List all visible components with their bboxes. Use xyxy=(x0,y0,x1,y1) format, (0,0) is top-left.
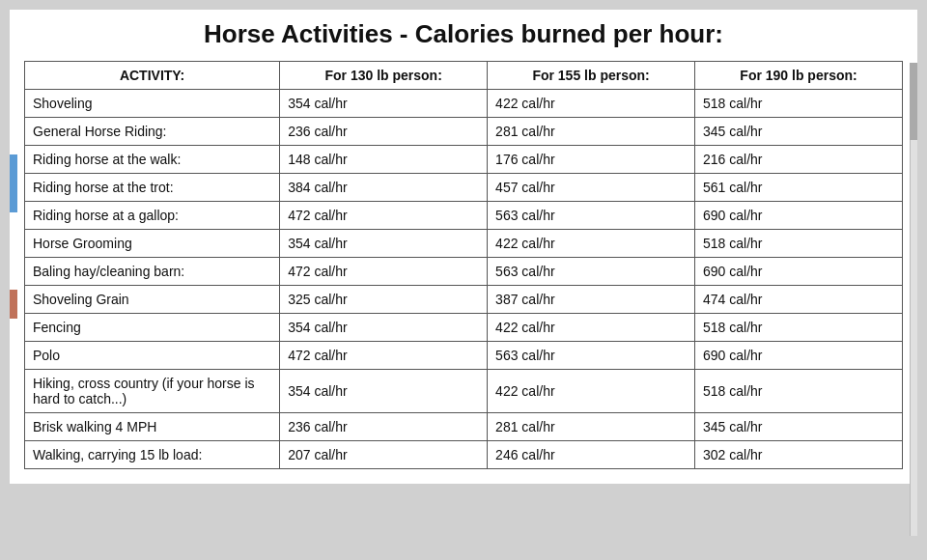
left-accent-blue xyxy=(10,154,17,212)
activity-cell: Hiking, cross country (if your horse is … xyxy=(25,370,280,413)
activity-cell: Shoveling Grain xyxy=(25,286,280,314)
calorie-cell: 354 cal/hr xyxy=(280,90,488,118)
calorie-cell: 281 cal/hr xyxy=(488,118,695,146)
activity-cell: Shoveling xyxy=(25,90,280,118)
calories-table: ACTIVITY: For 130 lb person: For 155 lb … xyxy=(24,61,903,469)
calorie-cell: 563 cal/hr xyxy=(488,202,695,230)
scrollbar[interactable] xyxy=(910,63,917,536)
calorie-cell: 384 cal/hr xyxy=(280,174,488,202)
table-row: Brisk walking 4 MPH236 cal/hr281 cal/hr3… xyxy=(25,413,903,441)
table-row: General Horse Riding:236 cal/hr281 cal/h… xyxy=(25,118,903,146)
calorie-cell: 472 cal/hr xyxy=(280,258,488,286)
calorie-cell: 561 cal/hr xyxy=(695,174,903,202)
page-title: Horse Activities - Calories burned per h… xyxy=(24,19,903,49)
calorie-cell: 236 cal/hr xyxy=(280,413,488,441)
table-row: Baling hay/cleaning barn:472 cal/hr563 c… xyxy=(25,258,903,286)
calorie-cell: 345 cal/hr xyxy=(695,413,903,441)
activity-cell: Horse Grooming xyxy=(25,230,280,258)
calorie-cell: 563 cal/hr xyxy=(488,258,695,286)
calorie-cell: 236 cal/hr xyxy=(280,118,488,146)
calorie-cell: 387 cal/hr xyxy=(488,286,695,314)
calorie-cell: 472 cal/hr xyxy=(280,342,488,370)
calorie-cell: 422 cal/hr xyxy=(488,90,695,118)
col-header-130lb: For 130 lb person: xyxy=(280,62,488,90)
calorie-cell: 325 cal/hr xyxy=(280,286,488,314)
calorie-cell: 354 cal/hr xyxy=(280,230,488,258)
activity-cell: Brisk walking 4 MPH xyxy=(25,413,280,441)
table-row: Walking, carrying 15 lb load:207 cal/hr2… xyxy=(25,441,903,469)
table-header-row: ACTIVITY: For 130 lb person: For 155 lb … xyxy=(25,62,903,90)
calorie-cell: 690 cal/hr xyxy=(695,342,903,370)
calorie-cell: 518 cal/hr xyxy=(695,230,903,258)
calorie-cell: 354 cal/hr xyxy=(280,370,488,413)
col-header-activity: ACTIVITY: xyxy=(25,62,280,90)
table-row: Shoveling Grain325 cal/hr387 cal/hr474 c… xyxy=(25,286,903,314)
table-row: Fencing354 cal/hr422 cal/hr518 cal/hr xyxy=(25,314,903,342)
calorie-cell: 474 cal/hr xyxy=(695,286,903,314)
calorie-cell: 422 cal/hr xyxy=(488,314,695,342)
calorie-cell: 690 cal/hr xyxy=(695,258,903,286)
col-header-190lb: For 190 lb person: xyxy=(695,62,903,90)
table-row: Hiking, cross country (if your horse is … xyxy=(25,370,903,413)
calorie-cell: 518 cal/hr xyxy=(695,370,903,413)
calorie-cell: 216 cal/hr xyxy=(695,146,903,174)
page-container: Horse Activities - Calories burned per h… xyxy=(10,10,917,484)
calorie-cell: 422 cal/hr xyxy=(488,370,695,413)
activity-cell: Baling hay/cleaning barn: xyxy=(25,258,280,286)
left-accent-brown xyxy=(10,290,17,319)
calorie-cell: 518 cal/hr xyxy=(695,90,903,118)
activity-cell: Riding horse at the trot: xyxy=(25,174,280,202)
table-row: Shoveling354 cal/hr422 cal/hr518 cal/hr xyxy=(25,90,903,118)
calorie-cell: 207 cal/hr xyxy=(280,441,488,469)
calorie-cell: 422 cal/hr xyxy=(488,230,695,258)
activity-cell: General Horse Riding: xyxy=(25,118,280,146)
table-row: Riding horse at the walk:148 cal/hr176 c… xyxy=(25,146,903,174)
calorie-cell: 246 cal/hr xyxy=(488,441,695,469)
table-row: Riding horse at the trot:384 cal/hr457 c… xyxy=(25,174,903,202)
calorie-cell: 354 cal/hr xyxy=(280,314,488,342)
calorie-cell: 281 cal/hr xyxy=(488,413,695,441)
activity-cell: Polo xyxy=(25,342,280,370)
activity-cell: Riding horse at a gallop: xyxy=(25,202,280,230)
calorie-cell: 563 cal/hr xyxy=(488,342,695,370)
calorie-cell: 148 cal/hr xyxy=(280,146,488,174)
activity-cell: Fencing xyxy=(25,314,280,342)
table-row: Polo472 cal/hr563 cal/hr690 cal/hr xyxy=(25,342,903,370)
calorie-cell: 472 cal/hr xyxy=(280,202,488,230)
activity-cell: Walking, carrying 15 lb load: xyxy=(25,441,280,469)
table-row: Riding horse at a gallop:472 cal/hr563 c… xyxy=(25,202,903,230)
calorie-cell: 518 cal/hr xyxy=(695,314,903,342)
table-row: Horse Grooming354 cal/hr422 cal/hr518 ca… xyxy=(25,230,903,258)
calorie-cell: 457 cal/hr xyxy=(488,174,695,202)
calorie-cell: 302 cal/hr xyxy=(695,441,903,469)
calorie-cell: 345 cal/hr xyxy=(695,118,903,146)
scrollbar-thumb[interactable] xyxy=(910,63,917,140)
calorie-cell: 690 cal/hr xyxy=(695,202,903,230)
col-header-155lb: For 155 lb person: xyxy=(488,62,695,90)
activity-cell: Riding horse at the walk: xyxy=(25,146,280,174)
calorie-cell: 176 cal/hr xyxy=(488,146,695,174)
